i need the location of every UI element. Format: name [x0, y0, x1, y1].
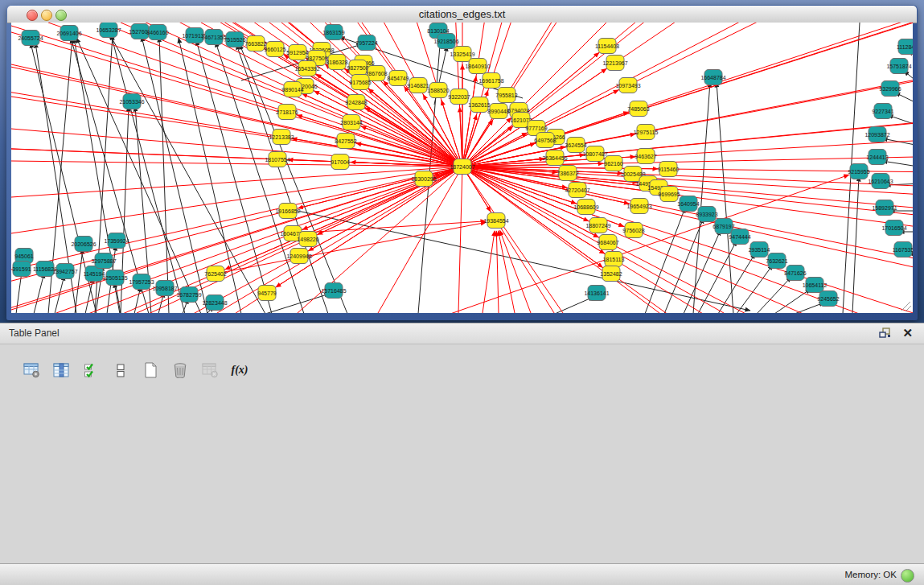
graph-node[interactable]: 9242848 [345, 95, 367, 110]
graph-node[interactable]: 391591 [12, 262, 31, 277]
graph-node[interactable]: 19166852 [275, 204, 300, 219]
graph-node[interactable]: 7485063 [627, 101, 649, 117]
graph-node[interactable]: 7957224 [355, 35, 377, 51]
graph-node[interactable]: 32975887 [91, 253, 116, 269]
graph-node[interactable]: 17957253 [129, 274, 154, 290]
graph-node[interactable]: 18807249 [585, 218, 610, 233]
graph-node[interactable]: 15892971 [872, 200, 897, 216]
network-window[interactable]: citations_edges.txt 18724007766382296601… [6, 5, 918, 320]
graph-node[interactable]: 2803144 [340, 115, 362, 130]
graph-node[interactable]: 6497568 [534, 133, 556, 148]
graph-node[interactable]: 9474444 [729, 229, 750, 245]
graph-node[interactable]: 9329966 [879, 81, 901, 97]
graph-node[interactable]: 7955812 [495, 88, 517, 103]
graph-node[interactable]: 917004 [331, 154, 349, 170]
graph-node[interactable]: 17359924 [104, 233, 129, 249]
graph-node[interactable]: 1815113 [603, 252, 625, 267]
graph-node[interactable]: 18300295 [411, 171, 436, 187]
graph-node[interactable]: 9245652 [817, 291, 839, 307]
graph-node[interactable]: 2718176 [276, 105, 298, 120]
graph-node[interactable]: 20691406 [56, 26, 81, 41]
select-rows-icon[interactable] [80, 360, 101, 381]
graph-node[interactable]: 9699695 [658, 187, 680, 202]
graph-node[interactable]: 9322037 [448, 89, 470, 105]
graph-node[interactable]: 19384554 [483, 213, 508, 229]
graph-node[interactable]: 9463627 [634, 149, 656, 164]
graph-node[interactable]: 12409948 [286, 249, 311, 264]
graph-node[interactable]: 9146821 [407, 78, 429, 93]
graph-node[interactable]: 2935114 [749, 242, 770, 257]
graph-node[interactable]: 10807487 [582, 146, 607, 162]
table-settings-icon[interactable] [21, 360, 42, 381]
graph-node[interactable]: 15716485 [321, 283, 346, 299]
graph-node[interactable]: 962160 [604, 156, 622, 171]
trash-icon[interactable] [170, 360, 191, 381]
graph-node[interactable]: 10653287 [96, 23, 121, 38]
graph-node[interactable]: 1640954 [677, 196, 699, 212]
network-canvas[interactable]: 1872400776638229660125591295418226058982… [11, 23, 913, 313]
graph-node[interactable]: 8990448 [487, 104, 509, 119]
graph-node[interactable]: 7625402 [204, 266, 226, 282]
graph-node[interactable]: 19654923 [626, 199, 651, 214]
graph-node[interactable]: 10654112 [803, 278, 827, 293]
graph-node[interactable]: 1352482 [600, 266, 622, 282]
graph-node[interactable]: 26364456 [542, 150, 567, 166]
graph-node[interactable]: 13942757 [52, 264, 77, 279]
graph-node[interactable]: 16961758 [478, 73, 503, 89]
graph-node[interactable]: 16210643 [868, 174, 893, 189]
graph-node[interactable]: 9890144 [281, 82, 303, 97]
graph-node[interactable]: 16782759 [176, 287, 201, 303]
graph-node[interactable]: 1244413 [866, 150, 888, 165]
graph-node[interactable]: 9215955 [848, 164, 869, 179]
graph-node[interactable]: 20206526 [71, 237, 96, 252]
graph-node[interactable]: 1498220 [297, 232, 318, 247]
graph-node[interactable]: 10688609 [573, 200, 598, 215]
close-icon[interactable]: ✕ [902, 326, 913, 340]
graph-node[interactable]: 10973493 [615, 78, 640, 93]
network-window-titlebar[interactable]: citations_edges.txt [7, 6, 917, 23]
graph-node[interactable]: 7386372 [556, 166, 578, 181]
function-builder-icon[interactable]: f(x) [229, 360, 250, 381]
graph-node[interactable]: 15751874 [886, 59, 911, 74]
graph-node[interactable]: 7515526 [224, 32, 245, 47]
graph-node[interactable]: 1588520 [427, 83, 449, 98]
graph-node[interactable]: 9227341 [872, 104, 893, 119]
graph-node[interactable]: 18640910 [465, 59, 490, 74]
graph-node[interactable]: 10958187 [152, 281, 177, 296]
graph-node[interactable]: 9756028 [622, 223, 644, 238]
graph-node[interactable]: 19218506 [433, 34, 458, 49]
row-height-icon[interactable] [110, 360, 131, 381]
table-columns-icon[interactable] [51, 360, 72, 381]
graph-node[interactable]: 8933923 [696, 207, 717, 222]
graph-node[interactable]: 12213383 [269, 130, 294, 145]
graph-node[interactable]: 17016504 [881, 220, 906, 236]
graph-node[interactable]: 7632621 [766, 253, 787, 269]
graph-node[interactable]: 16648784 [700, 70, 725, 85]
graph-node[interactable]: 12213967 [602, 56, 627, 71]
graph-node[interactable]: 1167535 [893, 242, 913, 257]
graph-node[interactable]: 21053346 [119, 94, 144, 109]
graph-node[interactable]: 12823448 [202, 295, 227, 311]
graph-node[interactable]: 8427552 [335, 134, 356, 149]
graph-node[interactable]: 9175685 [349, 75, 371, 90]
graph-node[interactable]: 18107554 [265, 152, 290, 167]
graph-node[interactable]: 945779 [257, 286, 276, 301]
graph-node[interactable]: 11154408 [595, 39, 619, 54]
graph-node[interactable]: 8186328 [326, 55, 347, 70]
graph-node[interactable]: 8466160 [146, 25, 168, 40]
graph-node[interactable]: 12093872 [864, 127, 889, 142]
graph-node[interactable]: 1112843 [897, 39, 913, 55]
float-window-icon[interactable] [879, 328, 892, 339]
graph-node[interactable]: 9115460 [658, 162, 680, 177]
graph-node[interactable]: 14671355 [201, 30, 226, 45]
graph-node[interactable]: 8471626 [784, 266, 806, 281]
graph-node[interactable]: 12975115 [634, 125, 659, 140]
graph-node[interactable]: 14136141 [584, 286, 609, 301]
graph-node[interactable]: 24055724 [18, 31, 43, 46]
new-file-icon[interactable] [140, 360, 161, 381]
graph-node[interactable]: 12505135 [102, 270, 127, 286]
graph-node[interactable]: 42720407 [565, 183, 589, 198]
graph-node[interactable]: 18724007 [450, 159, 474, 175]
graph-node[interactable]: 9660125 [264, 42, 285, 57]
graph-node[interactable]: 8454749 [387, 71, 409, 86]
